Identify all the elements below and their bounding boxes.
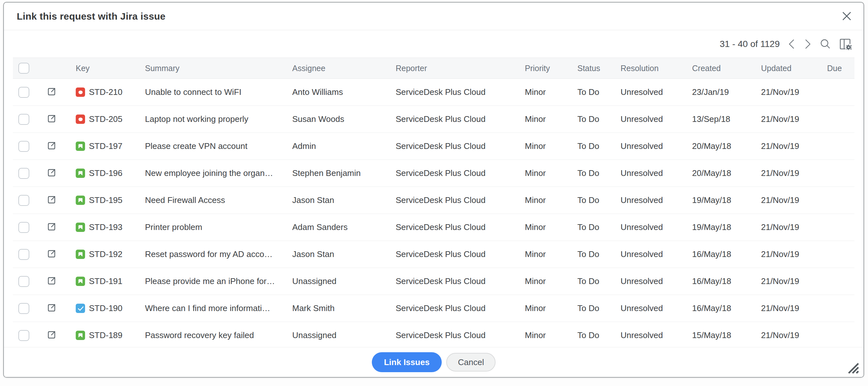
row-checkbox[interactable] bbox=[19, 330, 29, 341]
issue-priority: Minor bbox=[525, 114, 578, 124]
issue-reporter: ServiceDesk Plus Cloud bbox=[396, 195, 525, 205]
open-in-jira-icon[interactable] bbox=[42, 168, 76, 179]
issue-updated: 21/Nov/19 bbox=[761, 114, 827, 124]
resize-grip[interactable] bbox=[845, 360, 859, 375]
issue-resolution: Unresolved bbox=[621, 303, 692, 313]
column-settings-icon[interactable] bbox=[839, 38, 852, 50]
story-icon bbox=[76, 222, 85, 232]
column-header-priority: Priority bbox=[525, 64, 578, 73]
chevron-left-icon[interactable] bbox=[787, 39, 796, 49]
open-in-jira-icon[interactable] bbox=[42, 330, 76, 341]
issue-reporter: ServiceDesk Plus Cloud bbox=[396, 222, 525, 232]
issue-updated: 21/Nov/19 bbox=[761, 249, 827, 259]
issue-summary: Need Firewall Access bbox=[145, 195, 292, 205]
issue-assignee: Susan Woods bbox=[292, 114, 396, 124]
issue-resolution: Unresolved bbox=[621, 249, 692, 259]
column-header-created: Created bbox=[692, 64, 761, 73]
issue-status: To Do bbox=[578, 276, 621, 286]
table-row: STD-190 Where can I find more informati…… bbox=[13, 295, 855, 322]
issue-key: STD-189 bbox=[89, 330, 122, 340]
select-all-checkbox[interactable] bbox=[19, 63, 29, 74]
issue-resolution: Unresolved bbox=[621, 141, 692, 151]
column-header-resolution: Resolution bbox=[621, 64, 692, 73]
open-in-jira-icon[interactable] bbox=[42, 303, 76, 314]
table-row: STD-193 Printer problem Adam Sanders Ser… bbox=[13, 214, 855, 241]
issue-created: 23/Jan/19 bbox=[692, 87, 761, 97]
issue-priority: Minor bbox=[525, 222, 578, 232]
issue-resolution: Unresolved bbox=[621, 195, 692, 205]
column-header-assignee: Assignee bbox=[292, 64, 396, 73]
story-icon bbox=[76, 169, 85, 178]
issue-priority: Minor bbox=[525, 330, 578, 340]
row-checkbox[interactable] bbox=[19, 249, 29, 260]
table-row: STD-205 Laptop not working properly Susa… bbox=[13, 106, 855, 133]
story-icon bbox=[76, 331, 85, 340]
close-icon[interactable] bbox=[838, 8, 855, 25]
issue-summary: Please create VPN account bbox=[145, 141, 292, 151]
issue-reporter: ServiceDesk Plus Cloud bbox=[396, 330, 525, 340]
issue-assignee: Mark Smith bbox=[292, 303, 396, 313]
issue-updated: 21/Nov/19 bbox=[761, 222, 827, 232]
issue-status: To Do bbox=[578, 141, 621, 151]
issue-updated: 21/Nov/19 bbox=[761, 195, 827, 205]
issue-assignee: Unassigned bbox=[292, 276, 396, 286]
issue-summary: Unable to connect to WiFI bbox=[145, 87, 292, 97]
issue-updated: 21/Nov/19 bbox=[761, 303, 827, 313]
issue-created: 16/May/18 bbox=[692, 276, 761, 286]
issue-key: STD-195 bbox=[89, 195, 122, 205]
task-icon bbox=[76, 304, 85, 313]
issue-priority: Minor bbox=[525, 87, 578, 97]
issue-created: 15/May/18 bbox=[692, 330, 761, 340]
row-checkbox[interactable] bbox=[19, 114, 29, 125]
dialog-footer: Link Issues Cancel bbox=[4, 347, 864, 377]
issue-created: 20/May/18 bbox=[692, 141, 761, 151]
search-icon[interactable] bbox=[820, 38, 831, 50]
issue-resolution: Unresolved bbox=[621, 87, 692, 97]
open-in-jira-icon[interactable] bbox=[42, 222, 76, 233]
row-checkbox[interactable] bbox=[19, 168, 29, 179]
issue-status: To Do bbox=[578, 303, 621, 313]
issue-priority: Minor bbox=[525, 249, 578, 259]
issue-created: 19/May/18 bbox=[692, 222, 761, 232]
table-row: STD-191 Please provide me an iPhone for…… bbox=[13, 268, 855, 295]
issue-resolution: Unresolved bbox=[621, 276, 692, 286]
issue-summary: Where can I find more informati… bbox=[145, 303, 292, 313]
issue-key: STD-205 bbox=[89, 114, 122, 124]
issue-summary: Printer problem bbox=[145, 222, 292, 232]
link-jira-issue-dialog: Link this request with Jira issue 31 - 4… bbox=[3, 2, 864, 378]
open-in-jira-icon[interactable] bbox=[42, 276, 76, 287]
cancel-button[interactable]: Cancel bbox=[446, 353, 496, 372]
issue-reporter: ServiceDesk Plus Cloud bbox=[396, 276, 525, 286]
open-in-jira-icon[interactable] bbox=[42, 86, 76, 98]
link-issues-button[interactable]: Link Issues bbox=[372, 352, 442, 372]
issue-assignee: Admin bbox=[292, 141, 396, 151]
issue-key: STD-191 bbox=[89, 276, 122, 286]
open-in-jira-icon[interactable] bbox=[42, 113, 76, 125]
issue-status: To Do bbox=[578, 249, 621, 259]
issue-reporter: ServiceDesk Plus Cloud bbox=[396, 303, 525, 313]
issue-priority: Minor bbox=[525, 168, 578, 178]
row-checkbox[interactable] bbox=[19, 276, 29, 287]
story-icon bbox=[76, 142, 85, 151]
issue-reporter: ServiceDesk Plus Cloud bbox=[396, 87, 525, 97]
issue-status: To Do bbox=[578, 168, 621, 178]
issue-key: STD-190 bbox=[89, 303, 122, 313]
open-in-jira-icon[interactable] bbox=[42, 249, 76, 260]
column-header-updated: Updated bbox=[761, 64, 827, 73]
chevron-right-icon[interactable] bbox=[804, 39, 812, 49]
open-in-jira-icon[interactable] bbox=[42, 195, 76, 206]
row-checkbox[interactable] bbox=[19, 303, 29, 314]
row-checkbox[interactable] bbox=[19, 222, 29, 233]
row-checkbox[interactable] bbox=[19, 87, 29, 98]
story-icon bbox=[76, 196, 85, 205]
issue-updated: 21/Nov/19 bbox=[761, 276, 827, 286]
row-checkbox[interactable] bbox=[19, 141, 29, 152]
issue-priority: Minor bbox=[525, 303, 578, 313]
issue-reporter: ServiceDesk Plus Cloud bbox=[396, 141, 525, 151]
issue-assignee: Unassigned bbox=[292, 330, 396, 340]
open-in-jira-icon[interactable] bbox=[42, 141, 76, 152]
row-checkbox[interactable] bbox=[19, 195, 29, 206]
issue-key: STD-192 bbox=[89, 249, 122, 259]
column-header-due: Due bbox=[827, 64, 856, 73]
issue-key: STD-197 bbox=[89, 141, 122, 151]
